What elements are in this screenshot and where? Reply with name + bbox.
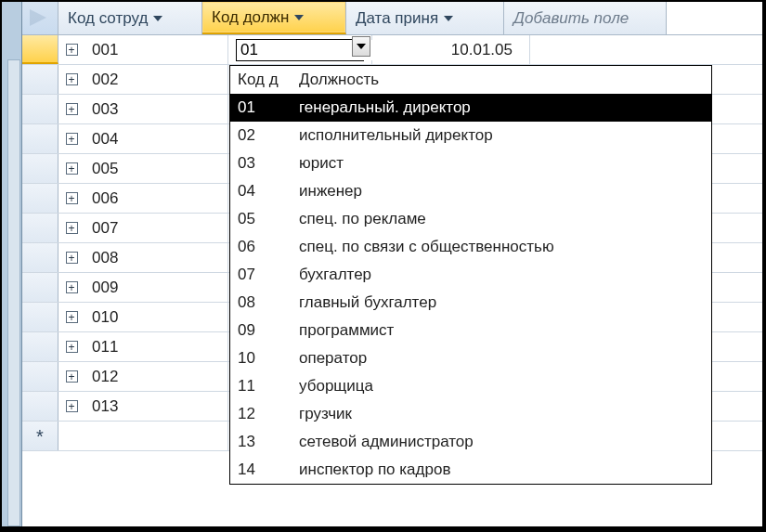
dropdown-item[interactable]: 07бухгалтер xyxy=(230,261,711,289)
chevron-down-icon xyxy=(357,44,366,49)
dropdown-item-name: грузчик xyxy=(295,405,711,423)
expand-toggle[interactable]: + xyxy=(58,303,84,331)
plus-icon: + xyxy=(66,252,78,264)
column-header-hire-date[interactable]: Дата приня xyxy=(346,2,504,34)
cell-employee-code[interactable]: 010 xyxy=(84,303,228,331)
cell-employee-code[interactable]: 013 xyxy=(84,392,228,421)
expand-toggle[interactable]: + xyxy=(58,65,84,94)
dropdown-item[interactable]: 06спец. по связи с общественностью xyxy=(230,233,711,261)
expand-toggle[interactable]: + xyxy=(58,332,84,361)
dropdown-item[interactable]: 03юрист xyxy=(230,149,711,177)
position-dropdown-list[interactable]: Код д Должность 01генеральный. директор0… xyxy=(229,65,712,485)
dropdown-item[interactable]: 13сетевой администратор xyxy=(230,428,711,456)
expand-toggle[interactable]: + xyxy=(58,184,84,213)
row-selector[interactable] xyxy=(22,154,58,183)
expand-toggle[interactable]: + xyxy=(58,243,84,272)
row-selector[interactable] xyxy=(22,184,58,213)
combobox-dropdown-button[interactable] xyxy=(352,36,370,57)
row-selector[interactable] xyxy=(22,95,58,123)
cell-employee-code[interactable]: 007 xyxy=(84,214,228,242)
dropdown-item-code: 01 xyxy=(230,98,295,117)
dropdown-header-row: Код д Должность xyxy=(230,66,711,94)
expand-toggle[interactable]: + xyxy=(58,154,84,183)
row-selector[interactable] xyxy=(22,243,58,272)
cell-value: 004 xyxy=(92,130,118,149)
row-selector[interactable] xyxy=(22,362,58,391)
cell-employee-code[interactable]: 004 xyxy=(84,124,228,153)
dropdown-item-code: 09 xyxy=(230,321,295,340)
dropdown-item[interactable]: 14инспектор по кадров xyxy=(230,456,711,484)
dropdown-item[interactable]: 05спец. по рекламе xyxy=(230,205,711,233)
left-rail-marker xyxy=(7,59,20,526)
cell-value: 001 xyxy=(92,41,118,59)
add-field-column[interactable]: Добавить поле xyxy=(504,2,667,34)
cell-empty xyxy=(530,35,762,64)
cell-employee-code[interactable]: 011 xyxy=(84,332,228,361)
dropdown-item-name: бухгалтер xyxy=(295,266,711,284)
plus-icon: + xyxy=(66,370,78,383)
chevron-down-icon xyxy=(444,16,453,21)
position-input[interactable] xyxy=(237,40,441,60)
dropdown-item[interactable]: 11уборщица xyxy=(230,372,711,400)
dropdown-item[interactable]: 01генеральный. директор xyxy=(230,94,711,122)
dropdown-item[interactable]: 02исполнительный директор xyxy=(230,122,711,149)
cell-employee-code[interactable]: 006 xyxy=(84,184,228,213)
cell-employee-code[interactable]: 005 xyxy=(84,154,228,183)
cell-value: 010 xyxy=(92,308,118,327)
add-field-label: Добавить поле xyxy=(513,9,629,28)
plus-icon: + xyxy=(66,281,78,293)
expand-toggle[interactable]: + xyxy=(58,95,84,123)
expand-toggle[interactable]: + xyxy=(58,362,84,391)
expand-toggle[interactable]: + xyxy=(58,392,84,421)
dropdown-item-code: 13 xyxy=(230,433,295,451)
left-rail xyxy=(2,2,22,526)
cell-value: 002 xyxy=(92,71,118,89)
row-selector[interactable] xyxy=(22,392,58,421)
dropdown-item-code: 14 xyxy=(230,461,295,479)
cell-position-code[interactable] xyxy=(228,35,372,64)
dropdown-item-name: инженер xyxy=(295,182,711,201)
position-combobox[interactable] xyxy=(236,39,364,61)
dropdown-item[interactable]: 12грузчик xyxy=(230,400,711,428)
row-selector[interactable] xyxy=(22,303,58,331)
row-selector[interactable] xyxy=(22,124,58,153)
cell-value: 10.01.05 xyxy=(451,41,513,59)
dropdown-item-name: инспектор по кадров xyxy=(295,461,711,479)
cell-employee-code[interactable]: 012 xyxy=(84,362,228,391)
dropdown-item[interactable]: 04инженер xyxy=(230,177,711,205)
cell-employee-code[interactable]: 003 xyxy=(84,95,228,123)
plus-icon: + xyxy=(66,222,78,234)
plus-icon: + xyxy=(66,133,78,145)
dropdown-item-code: 05 xyxy=(230,210,295,228)
dropdown-item-name: сетевой администратор xyxy=(295,433,711,451)
datasheet-frame: Код сотруд Код должн Дата приня Добавить… xyxy=(2,2,762,526)
row-selector[interactable] xyxy=(22,65,58,94)
dropdown-item-name: главный бухгалтер xyxy=(295,293,711,312)
expand-toggle[interactable]: + xyxy=(58,214,84,242)
cell-employee-code[interactable]: 009 xyxy=(84,273,228,302)
cell-employee-code[interactable] xyxy=(84,422,228,450)
datasheet-content: Код сотруд Код должн Дата приня Добавить… xyxy=(22,2,762,526)
row-selector[interactable] xyxy=(22,214,58,242)
dropdown-item[interactable]: 08главный бухгалтер xyxy=(230,289,711,317)
cell-employee-code[interactable]: 001 xyxy=(84,35,228,64)
row-selector-new[interactable]: * xyxy=(22,422,58,450)
column-header-employee-code[interactable]: Код сотруд xyxy=(58,2,202,34)
dropdown-item-code: 08 xyxy=(230,293,295,312)
table-row-active[interactable]: + 001 10.01.05 xyxy=(22,35,762,65)
dropdown-item[interactable]: 09программист xyxy=(230,317,711,344)
column-header-position-code[interactable]: Код должн xyxy=(202,2,346,34)
dropdown-item-code: 03 xyxy=(230,154,295,173)
expand-toggle[interactable]: + xyxy=(58,35,84,64)
chevron-down-icon xyxy=(153,16,162,21)
dropdown-item[interactable]: 10оператор xyxy=(230,344,711,372)
row-selector[interactable] xyxy=(22,332,58,361)
cell-employee-code[interactable]: 002 xyxy=(84,65,228,94)
dropdown-item-name: уборщица xyxy=(295,377,711,396)
row-selector[interactable] xyxy=(22,35,58,64)
select-all-cell[interactable] xyxy=(22,2,58,34)
expand-toggle[interactable]: + xyxy=(58,124,84,153)
cell-employee-code[interactable]: 008 xyxy=(84,243,228,272)
expand-toggle[interactable]: + xyxy=(58,273,84,302)
row-selector[interactable] xyxy=(22,273,58,302)
